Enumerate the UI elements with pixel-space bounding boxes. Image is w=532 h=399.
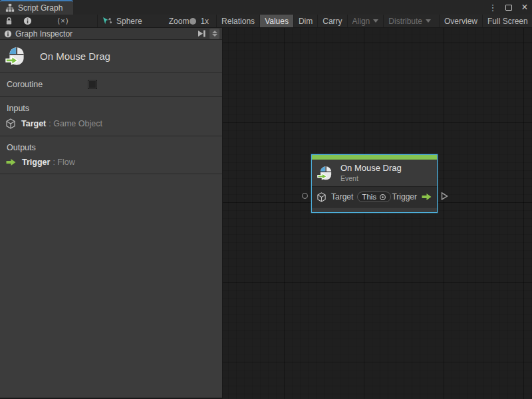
coroutine-checkbox[interactable]	[88, 80, 97, 89]
full-screen-button[interactable]: Full Screen	[482, 15, 532, 27]
game-object-cube-icon	[5, 118, 16, 129]
node-input-connection-port[interactable]	[302, 193, 308, 199]
zoom-value: 1x	[199, 15, 213, 27]
relations-button[interactable]: Relations	[216, 15, 259, 27]
output-type: : Flow	[53, 158, 74, 167]
distribute-label: Distribute	[388, 17, 422, 26]
chevron-down-icon	[373, 19, 378, 23]
target-port-label: Target	[331, 192, 353, 201]
node-inspector-title: On Mouse Drag	[0, 40, 222, 72]
coroutine-row: Coroutine	[0, 72, 222, 96]
hierarchy-icon	[5, 3, 15, 13]
code-icon: ⟨×⟩	[57, 17, 69, 25]
input-row-target: Target : Game Object	[0, 118, 222, 129]
distribute-dropdown[interactable]: Distribute	[383, 15, 436, 27]
scrub-down-icon	[212, 34, 217, 37]
inputs-section: Inputs Target : Game Object	[0, 96, 222, 136]
graph-name: Sphere	[116, 17, 142, 26]
object-picker-icon[interactable]	[379, 194, 386, 201]
window-controls: ⋮ ×	[488, 0, 529, 15]
output-name: Trigger	[22, 158, 50, 167]
outputs-heading: Outputs	[0, 142, 222, 158]
node-color-bar	[312, 155, 437, 160]
script-graph-asset-icon	[102, 17, 112, 25]
node-title: On Mouse Drag	[40, 51, 110, 62]
game-object-cube-icon	[317, 192, 327, 202]
values-button[interactable]: Values	[259, 15, 293, 27]
target-value: This	[362, 193, 376, 201]
node-port-row: Target This Trigger	[312, 186, 437, 207]
on-mouse-drag-icon	[5, 45, 28, 67]
graph-canvas[interactable]: On Mouse Drag Event Target This	[223, 28, 532, 399]
target-value-button[interactable]: This	[357, 192, 391, 202]
on-mouse-drag-node[interactable]: On Mouse Drag Event Target This	[311, 154, 438, 213]
input-name: Target	[21, 119, 46, 128]
script-graph-window: Script Graph ⋮ ×	[0, 0, 532, 399]
overview-button[interactable]: Overview	[439, 15, 482, 27]
info-icon	[4, 30, 12, 38]
inspector-empty-area	[0, 174, 222, 398]
scrub-up-icon	[212, 31, 217, 33]
on-mouse-drag-icon	[317, 164, 334, 182]
dim-button[interactable]: Dim	[293, 15, 317, 27]
graph-breadcrumb[interactable]: Sphere	[97, 15, 147, 27]
tab-label: Script Graph	[18, 3, 63, 13]
input-type: : Game Object	[49, 119, 102, 128]
node-output-connection-port[interactable]	[441, 192, 448, 200]
align-label: Align	[352, 17, 370, 26]
info-icon	[23, 17, 32, 25]
code-preview-button[interactable]: ⟨×⟩	[52, 15, 74, 27]
tab-script-graph[interactable]: Script Graph	[0, 0, 73, 15]
lock-icon	[5, 17, 13, 25]
output-row-trigger: Trigger : Flow	[0, 158, 222, 167]
lock-button[interactable]	[0, 15, 18, 27]
graph-inspector-panel: Graph Inspector	[0, 28, 223, 399]
graph-inspector-header: Graph Inspector	[0, 28, 222, 40]
outputs-section: Outputs Trigger : Flow	[0, 136, 222, 174]
chevron-down-icon	[426, 19, 431, 23]
node-subtitle: Event	[340, 174, 402, 183]
carry-button[interactable]: Carry	[317, 15, 346, 27]
node-title: On Mouse Drag	[340, 163, 402, 174]
zoom-slider-handle[interactable]	[190, 18, 196, 25]
node-header[interactable]: On Mouse Drag Event	[312, 160, 437, 186]
flow-arrow-icon	[421, 193, 432, 201]
node-footer	[312, 207, 437, 212]
maximize-icon[interactable]	[504, 3, 513, 12]
window-tab-bar: Script Graph ⋮ ×	[0, 0, 532, 15]
coroutine-label: Coroutine	[7, 80, 43, 89]
inspector-toggle-button[interactable]	[18, 15, 37, 27]
panel-scrubber[interactable]	[209, 29, 219, 39]
panel-title: Graph Inspector	[15, 29, 196, 39]
dock-panel-icon[interactable]	[196, 29, 207, 38]
align-dropdown[interactable]: Align	[347, 15, 384, 27]
close-icon[interactable]: ×	[520, 2, 529, 13]
graph-toolbar: ⟨×⟩ Sphere Zoom 1x Relations Values Dim …	[0, 15, 532, 28]
flow-arrow-icon	[5, 158, 17, 166]
window-menu-icon[interactable]: ⋮	[488, 3, 497, 12]
trigger-port-label: Trigger	[392, 192, 417, 201]
inputs-heading: Inputs	[0, 102, 222, 118]
